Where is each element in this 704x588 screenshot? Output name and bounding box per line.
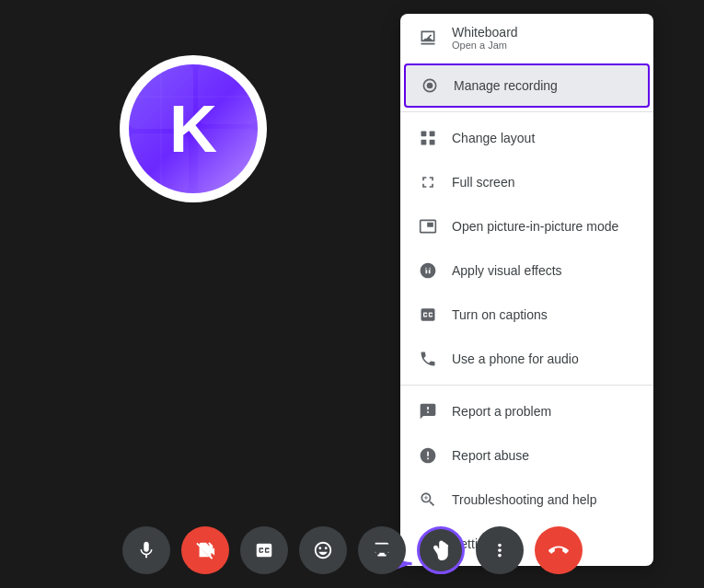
menu-item-troubleshooting[interactable]: Troubleshooting and help [400,478,653,522]
dropdown-menu: Whiteboard Open a Jam Manage recording C… [400,14,653,566]
report-problem-label: Report a problem [452,404,551,419]
menu-item-report-problem[interactable]: Report a problem [400,389,653,433]
whiteboard-label: Whiteboard [452,25,518,40]
phone-icon [419,350,437,368]
svg-rect-10 [421,140,427,145]
svg-point-7 [427,83,433,89]
menu-item-captions[interactable]: Turn on captions [400,293,653,337]
avatar-container: K [120,55,267,202]
pip-label: Open picture-in-picture mode [452,219,618,234]
pip-icon [419,217,437,236]
avatar-letter: K [169,91,217,167]
report-abuse-icon [419,446,437,465]
camera-off-button[interactable] [181,526,229,574]
report-problem-icon [419,402,437,421]
whiteboard-label-group: Whiteboard Open a Jam [452,25,518,51]
menu-item-whiteboard[interactable]: Whiteboard Open a Jam [400,14,653,62]
visual-effects-label: Apply visual effects [452,263,562,278]
full-screen-label: Full screen [452,175,514,190]
help-icon [419,490,437,509]
captions-button[interactable] [240,526,288,574]
emoji-button[interactable] [299,526,347,574]
fullscreen-icon [419,173,437,191]
layout-icon [419,129,437,147]
raise-hand-button[interactable] [417,526,465,574]
report-abuse-label: Report abuse [452,448,529,463]
menu-item-pip[interactable]: Open picture-in-picture mode [400,204,653,248]
menu-item-report-abuse[interactable]: Report abuse [400,433,653,478]
end-call-button[interactable] [535,526,583,574]
change-layout-label: Change layout [452,131,535,145]
effects-icon [419,261,437,280]
whiteboard-icon [419,29,437,47]
troubleshooting-label: Troubleshooting and help [452,492,597,507]
menu-item-visual-effects[interactable]: Apply visual effects [400,248,653,293]
svg-rect-8 [421,132,427,137]
svg-rect-11 [430,140,435,145]
svg-rect-9 [430,132,435,137]
present-button[interactable] [358,526,406,574]
captions-icon [419,306,437,324]
bottom-toolbar [0,526,704,574]
menu-divider-1 [400,111,653,112]
record-icon [421,76,439,95]
more-options-button[interactable] [476,526,524,574]
avatar: K [129,64,258,193]
mic-button[interactable] [122,526,170,574]
captions-label: Turn on captions [452,307,548,322]
menu-divider-2 [400,385,653,386]
manage-recording-label: Manage recording [454,78,558,93]
menu-item-full-screen[interactable]: Full screen [400,160,653,204]
phone-audio-label: Use a phone for audio [452,352,579,366]
whiteboard-sublabel: Open a Jam [452,40,518,51]
menu-item-phone-audio[interactable]: Use a phone for audio [400,337,653,381]
menu-item-change-layout[interactable]: Change layout [400,116,653,160]
menu-item-manage-recording[interactable]: Manage recording [404,63,650,108]
